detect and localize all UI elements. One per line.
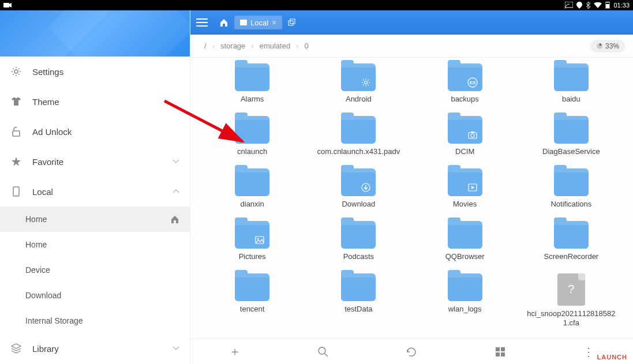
folder-item[interactable]: Alarms [202, 63, 302, 104]
svg-point-8 [16, 194, 17, 196]
folder-item[interactable]: DCIM [415, 116, 515, 157]
folder-label: backups [451, 95, 478, 104]
tab-local[interactable]: Local × [234, 16, 282, 29]
new-button[interactable]: ＋ [228, 345, 242, 359]
folder-icon [235, 273, 269, 301]
gear-icon [361, 77, 371, 88]
shirt-icon [10, 96, 22, 107]
folder-icon [448, 168, 482, 196]
gear-icon [10, 66, 22, 77]
svg-point-17 [471, 134, 474, 137]
sidebar-header [0, 10, 190, 57]
es-icon: ES [467, 77, 478, 88]
sidebar-sub-home2[interactable]: Home [0, 232, 190, 257]
folder-item[interactable]: testData [308, 273, 409, 329]
folder-item[interactable]: dianxin [202, 168, 302, 209]
crumb-root[interactable]: / [198, 42, 212, 50]
folder-label: Android [346, 95, 372, 104]
cast-icon [565, 2, 573, 9]
folder-item[interactable]: baidu [521, 63, 621, 104]
folder-item[interactable]: DiagBaseService [521, 116, 621, 157]
refresh-button[interactable] [404, 345, 418, 359]
sidebar-item-theme[interactable]: Theme [0, 87, 190, 117]
svg-rect-27 [496, 352, 500, 357]
folder-item[interactable]: Podcasts [308, 221, 409, 262]
camera-icon [3, 2, 12, 8]
sidebar-sub-home[interactable]: Home [0, 207, 190, 232]
folder-item[interactable]: wlan_logs [415, 273, 515, 329]
folder-label: cnlaunch [237, 147, 267, 157]
svg-rect-25 [496, 347, 500, 351]
folder-icon [235, 168, 269, 196]
breadcrumb: / › storage › emulated › 0 33% [190, 35, 633, 58]
folder-item[interactable]: ScreenRecorder [521, 221, 621, 262]
crumb-storage[interactable]: storage [215, 42, 251, 50]
sidebar-sub-label: Home [25, 240, 47, 249]
storage-badge[interactable]: 33% [590, 40, 625, 52]
sidebar: Settings Theme Ad Unlock Favorite Local [0, 10, 190, 364]
folder-icon [235, 63, 269, 91]
svg-text:ES: ES [469, 80, 475, 85]
more-button[interactable]: ⋮ [582, 345, 595, 359]
pie-icon [596, 43, 603, 50]
folder-icon [341, 116, 376, 144]
search-button[interactable] [316, 345, 330, 359]
folder-icon [341, 168, 376, 196]
folder-item[interactable]: tencent [202, 273, 302, 329]
menu-button[interactable] [196, 14, 214, 31]
folder-item[interactable]: Download [308, 168, 409, 209]
folder-item[interactable]: com.cnlaunch.x431.padv [308, 116, 409, 157]
view-button[interactable] [493, 345, 507, 359]
folder-icon [448, 273, 482, 301]
file-item[interactable]: ?hci_snoop20211128185821.cfa [521, 273, 621, 329]
folder-label: baidu [562, 95, 580, 104]
crumb-zero[interactable]: 0 [299, 42, 314, 50]
folder-item[interactable]: Pictures [202, 221, 302, 262]
sidebar-sub-download[interactable]: Download [0, 283, 190, 308]
folder-label: Alarms [241, 95, 264, 104]
folder-item[interactable]: cnlaunch [202, 116, 302, 157]
close-icon[interactable]: × [272, 18, 276, 27]
main-header: Local × [190, 10, 633, 35]
folder-label: Podcasts [343, 252, 374, 262]
sidebar-item-label: Settings [32, 67, 63, 77]
sidebar-sub-device[interactable]: Device [0, 257, 190, 283]
sidebar-item-settings[interactable]: Settings [0, 57, 190, 87]
status-bar: 01:33 [0, 0, 633, 10]
play-icon [467, 182, 478, 193]
folder-icon [235, 221, 269, 249]
sidebar-item-local[interactable]: Local [0, 177, 190, 207]
home-button[interactable] [219, 18, 229, 27]
sidebar-sub-label: Download [25, 291, 61, 300]
folder-icon: ES [448, 63, 482, 91]
sidebar-sub-internal[interactable]: Internal Storage [0, 308, 190, 333]
add-tab-button[interactable] [288, 18, 296, 27]
folder-label: Pictures [239, 252, 266, 262]
sidebar-item-label: Local [32, 187, 53, 197]
svg-rect-18 [471, 132, 474, 133]
download-icon [361, 182, 371, 193]
file-label: hci_snoop20211128185821.cfa [525, 309, 617, 329]
svg-rect-26 [501, 347, 505, 351]
unlock-icon [10, 126, 22, 137]
svg-rect-9 [240, 20, 247, 25]
folder-icon [448, 221, 482, 249]
bluetooth-icon [586, 2, 590, 9]
folder-label: Download [342, 200, 375, 209]
folder-label: ScreenRecorder [544, 252, 599, 262]
image-icon [254, 235, 265, 245]
sidebar-item-library[interactable]: Library [0, 333, 190, 363]
chevron-up-icon [173, 189, 179, 194]
location-icon [576, 2, 582, 9]
folder-item[interactable]: Movies [415, 168, 515, 209]
folder-label: testData [344, 305, 372, 314]
folder-item[interactable]: Android [308, 63, 409, 104]
sidebar-item-favorite[interactable]: Favorite [0, 147, 190, 177]
sidebar-item-adunlock[interactable]: Ad Unlock [0, 117, 190, 147]
folder-item[interactable]: ESbackups [415, 63, 515, 104]
folder-item[interactable]: Notifications [521, 168, 621, 209]
folder-item[interactable]: QQBrowser [415, 221, 515, 262]
folder-icon [554, 63, 589, 91]
folder-label: tencent [240, 305, 265, 314]
crumb-emulated[interactable]: emulated [254, 42, 296, 50]
